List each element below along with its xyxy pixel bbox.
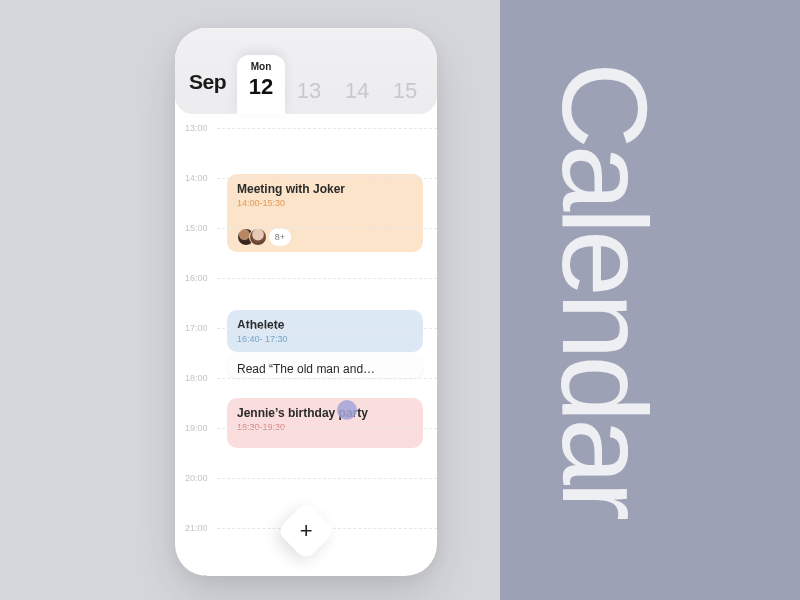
hour-label: 17:00 xyxy=(185,323,208,333)
avatar-more-count: 8+ xyxy=(269,228,291,246)
page-title: Calendar xyxy=(545,62,665,517)
event-meeting[interactable]: Meeting with Joker14:00-15:308+ xyxy=(227,174,423,252)
event-title: Athelete xyxy=(237,318,413,332)
day-cell-15[interactable]: 15 xyxy=(381,78,429,114)
event-time: 16:40- 17:30 xyxy=(237,334,413,344)
event-title: Meeting with Joker xyxy=(237,182,413,196)
hour-label: 15:00 xyxy=(185,223,208,233)
day-number: 13 xyxy=(285,78,333,104)
hour-label: 14:00 xyxy=(185,173,208,183)
event-time: 18:30-19:30 xyxy=(237,422,413,432)
indicator-dot xyxy=(337,400,357,420)
hour-label: 13:00 xyxy=(185,123,208,133)
hour-gridline xyxy=(217,328,437,329)
hour-label: 19:00 xyxy=(185,423,208,433)
day-cell-13[interactable]: 13 xyxy=(285,78,333,114)
plus-icon: + xyxy=(300,520,313,542)
day-of-week-label: Mon xyxy=(237,61,285,72)
hour-label: 20:00 xyxy=(185,473,208,483)
hour-gridline xyxy=(217,428,437,429)
date-strip: Mon12131415 xyxy=(237,54,437,114)
event-birthday[interactable]: Jennie’s birthday party18:30-19:30 xyxy=(227,398,423,448)
hour-gridline xyxy=(217,128,437,129)
calendar-header: Sep Mon12131415 xyxy=(175,28,437,114)
avatar xyxy=(249,228,267,246)
hour-label: 21:00 xyxy=(185,523,208,533)
day-cell-14[interactable]: 14 xyxy=(333,78,381,114)
phone-frame: Sep Mon12131415 Meeting with Joker14:00-… xyxy=(175,28,437,576)
event-title: Jennie’s birthday party xyxy=(237,406,413,420)
day-number: 14 xyxy=(333,78,381,104)
day-cell-12[interactable]: Mon12 xyxy=(237,55,285,115)
day-number: 15 xyxy=(381,78,429,104)
hour-gridline xyxy=(217,278,437,279)
event-read[interactable]: Read “The old man and… xyxy=(227,354,423,378)
events-layer: Meeting with Joker14:00-15:308+Athelete1… xyxy=(227,114,423,576)
hour-gridline xyxy=(217,228,437,229)
event-attendees: 8+ xyxy=(237,228,291,246)
hour-gridline xyxy=(217,478,437,479)
event-time: 14:00-15:30 xyxy=(237,198,413,208)
month-label: Sep xyxy=(189,70,226,94)
hour-label: 16:00 xyxy=(185,273,208,283)
hour-gridline xyxy=(217,178,437,179)
hour-label: 18:00 xyxy=(185,373,208,383)
day-number: 12 xyxy=(237,74,285,100)
event-title: Read “The old man and… xyxy=(237,362,413,376)
event-athlete[interactable]: Athelete16:40- 17:30 xyxy=(227,310,423,352)
hour-gridline xyxy=(217,378,437,379)
